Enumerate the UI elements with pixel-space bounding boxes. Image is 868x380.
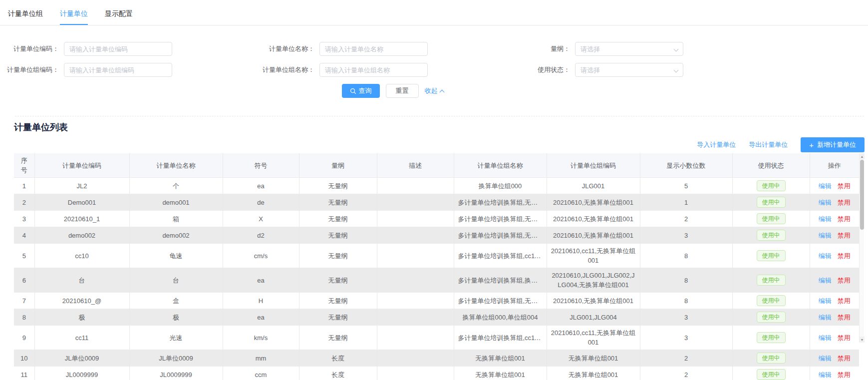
cell-status: 使用中 xyxy=(732,309,810,326)
cell-symbol: ea xyxy=(223,268,299,293)
cell-description xyxy=(377,309,454,326)
edit-link[interactable]: 编辑 xyxy=(819,182,832,190)
cell-dimension: 无量纲 xyxy=(299,244,377,268)
scroll-down-arrow[interactable]: ▼ xyxy=(860,337,865,343)
scroll-up-arrow[interactable]: ▲ xyxy=(860,153,865,159)
page-title: 计量单位列表 xyxy=(14,121,868,133)
disable-link[interactable]: 禁用 xyxy=(838,277,851,284)
cell-status: 使用中 xyxy=(732,268,810,293)
disable-link[interactable]: 禁用 xyxy=(838,297,851,305)
edit-link[interactable]: 编辑 xyxy=(819,199,832,206)
cell-symbol: ccm xyxy=(223,367,299,380)
query-button[interactable]: 查询 xyxy=(342,84,380,98)
table-row: 9cc11光速km/s无量纲多计量单位培训换算组,cc11,无...202106… xyxy=(14,326,859,350)
disable-link[interactable]: 禁用 xyxy=(838,355,851,362)
cell-index: 6 xyxy=(14,268,34,293)
reset-button[interactable]: 重置 xyxy=(386,84,419,98)
cell-description xyxy=(377,178,454,194)
cell-group-code: 20210610,cc11,无换算单位组001 xyxy=(547,244,640,268)
cell-unit-name: demo002 xyxy=(129,227,223,244)
cell-symbol: ea xyxy=(223,309,299,326)
cell-group-code: 20210610,无换算单位组001 xyxy=(547,293,640,309)
cell-actions: 编辑禁用 xyxy=(810,244,859,268)
edit-link[interactable]: 编辑 xyxy=(819,277,832,284)
cell-group-code: 20210610,无换算单位组001 xyxy=(547,227,640,244)
dimension-select[interactable] xyxy=(575,42,683,56)
dimension-label: 量纲： xyxy=(511,44,570,53)
tab-display-config[interactable]: 显示配置 xyxy=(105,2,133,25)
cell-index: 5 xyxy=(14,244,34,268)
table-row: 11JL0009999JL0009999ccm长度无换算单位组001无换算单位组… xyxy=(14,367,859,380)
disable-link[interactable]: 禁用 xyxy=(838,314,851,321)
cell-status: 使用中 xyxy=(732,194,810,211)
status-badge: 使用中 xyxy=(757,230,786,241)
list-actions: 导入计量单位 导出计量单位 + 新增计量单位 xyxy=(0,137,865,152)
cell-description xyxy=(377,326,454,350)
edit-link[interactable]: 编辑 xyxy=(819,215,832,223)
edit-link[interactable]: 编辑 xyxy=(819,334,832,342)
cell-index: 9 xyxy=(14,326,34,350)
cell-dimension: 无量纲 xyxy=(299,194,377,211)
cell-index: 7 xyxy=(14,293,34,309)
disable-link[interactable]: 禁用 xyxy=(838,252,851,260)
col-decimals: 显示小数位数 xyxy=(640,153,732,178)
edit-link[interactable]: 编辑 xyxy=(819,252,832,260)
cell-description xyxy=(377,244,454,268)
col-index: 序号 xyxy=(14,153,34,178)
disable-link[interactable]: 禁用 xyxy=(838,182,851,190)
unit-code-label: 计量单位编码： xyxy=(0,44,59,53)
disable-link[interactable]: 禁用 xyxy=(838,232,851,239)
cell-dimension: 无量纲 xyxy=(299,268,377,293)
cell-status: 使用中 xyxy=(732,244,810,268)
import-units-link[interactable]: 导入计量单位 xyxy=(697,140,736,149)
edit-link[interactable]: 编辑 xyxy=(819,371,832,379)
cell-group-code: 20210610,cc11,无换算单位组001 xyxy=(547,326,640,350)
group-code-input[interactable] xyxy=(64,63,172,77)
edit-link[interactable]: 编辑 xyxy=(819,314,832,321)
unit-name-input[interactable] xyxy=(319,42,428,56)
cell-actions: 编辑禁用 xyxy=(810,227,859,244)
group-name-label: 计量单位组名称： xyxy=(256,65,314,74)
table-row: 720210610_@盒H无量纲多计量单位培训换算组,无换算...2021061… xyxy=(14,293,859,309)
cell-group-code: JLG001 xyxy=(547,178,640,194)
status-badge: 使用中 xyxy=(757,197,786,208)
add-unit-button[interactable]: + 新增计量单位 xyxy=(801,137,865,152)
vertical-scrollbar-thumb[interactable] xyxy=(860,160,864,230)
disable-link[interactable]: 禁用 xyxy=(838,215,851,223)
collapse-link[interactable]: 收起 xyxy=(425,86,444,95)
cell-actions: 编辑禁用 xyxy=(810,350,859,367)
cell-unit-code: cc10 xyxy=(34,244,129,268)
cell-decimals: 1 xyxy=(640,194,732,211)
table-header: 序号 计量单位编码 计量单位名称 符号 量纲 描述 计量单位组名称 计量单位组编… xyxy=(14,153,859,178)
edit-link[interactable]: 编辑 xyxy=(819,355,832,362)
unit-code-input[interactable] xyxy=(64,42,172,56)
field-dimension: 量纲： xyxy=(511,42,767,56)
disable-link[interactable]: 禁用 xyxy=(838,371,851,379)
cell-group-code: 20210610,无换算单位组001 xyxy=(547,211,640,227)
cell-unit-name: 光速 xyxy=(129,326,223,350)
cell-group-code: JLG001,JLG004 xyxy=(547,309,640,326)
cell-unit-name: 盒 xyxy=(129,293,223,309)
disable-link[interactable]: 禁用 xyxy=(838,199,851,206)
col-description: 描述 xyxy=(377,153,454,178)
cell-unit-name: 台 xyxy=(129,268,223,293)
tab-unit[interactable]: 计量单位 xyxy=(60,2,88,25)
tab-bar: 计量单位组 计量单位 显示配置 xyxy=(0,0,868,25)
cell-decimals: 8 xyxy=(640,293,732,309)
cell-status: 使用中 xyxy=(732,350,810,367)
cell-description xyxy=(377,194,454,211)
cell-description xyxy=(377,350,454,367)
group-name-input[interactable] xyxy=(319,63,428,77)
edit-link[interactable]: 编辑 xyxy=(819,297,832,305)
cell-group-name: 换算单位组000 xyxy=(454,178,547,194)
disable-link[interactable]: 禁用 xyxy=(838,334,851,342)
cell-decimals: 2 xyxy=(640,350,732,367)
cell-index: 2 xyxy=(14,194,34,211)
field-group-code: 计量单位组编码： xyxy=(0,63,256,77)
status-select[interactable] xyxy=(575,63,683,77)
cell-status: 使用中 xyxy=(732,178,810,194)
export-units-link[interactable]: 导出计量单位 xyxy=(749,140,788,149)
tab-unit-group[interactable]: 计量单位组 xyxy=(8,2,43,25)
cell-dimension: 无量纲 xyxy=(299,178,377,194)
edit-link[interactable]: 编辑 xyxy=(819,232,832,239)
